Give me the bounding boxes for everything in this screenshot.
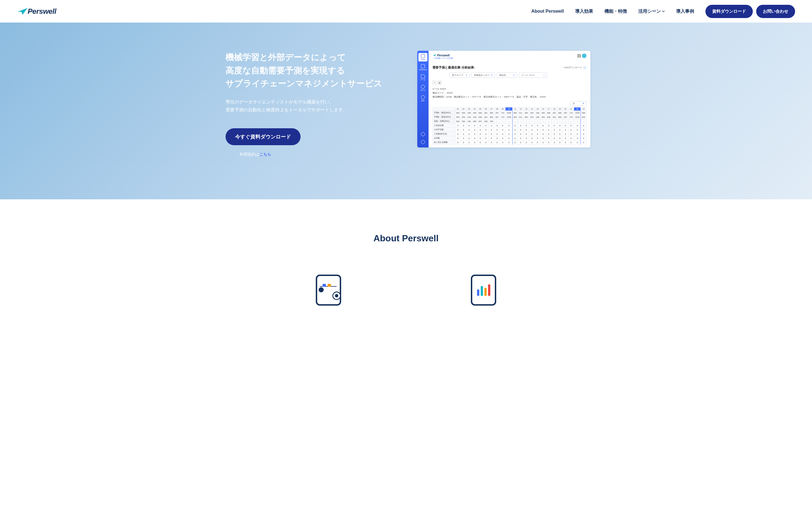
sidebar-item-data[interactable]: データ (419, 73, 427, 82)
sidebar-label: 設定 (421, 100, 425, 102)
table-col-header: 19 (557, 108, 563, 111)
table-cell: 0 (500, 128, 505, 132)
table-cell: 0 (529, 128, 535, 132)
nav-scenes[interactable]: 活用シーン (638, 8, 665, 14)
table-cell: 0 (581, 136, 586, 140)
table-cell: 668 (477, 115, 483, 119)
table-cell: 0 (472, 123, 478, 128)
table-cell: 0 (505, 128, 512, 132)
apps-icon[interactable] (578, 54, 581, 58)
filter-group[interactable]: 全グループ▾ (449, 72, 470, 78)
table-cell: 0 (568, 132, 574, 136)
mock-product: ビール XXXX (432, 87, 586, 91)
table-cell: 0 (505, 123, 512, 128)
table-cell: 267 (494, 111, 500, 115)
table-cell: 1029 (505, 115, 512, 119)
terms-line: 利用規約はこちら (240, 152, 406, 157)
calendar-icon[interactable]: ▦ (437, 81, 442, 85)
sidebar-item-notify[interactable] (419, 139, 427, 145)
table-col-header: 21 (568, 108, 574, 111)
table-cell: 564 (455, 115, 461, 119)
table-col-header: 14 (529, 108, 535, 111)
table-cell: 0 (581, 123, 586, 128)
terms-link[interactable]: こちら (260, 152, 271, 156)
table-cell: 0 (524, 128, 529, 132)
sidebar-item-refresh[interactable] (419, 131, 427, 137)
table-cell: - (551, 119, 557, 123)
nav-effect[interactable]: 導入効果 (575, 8, 593, 14)
table-cell: - (557, 119, 563, 123)
table-cell: 0 (568, 136, 574, 140)
table-cell: 0 (489, 123, 494, 128)
table-cell: 0 (518, 136, 524, 140)
table-cell: 554 (529, 115, 535, 119)
hero-title-line: 高度な自動需要予測を実現する (226, 66, 345, 75)
sidebar-item-settings[interactable]: 設定 (419, 94, 427, 103)
table-row: 入荷予定数00000000000000000000000 (433, 128, 586, 132)
table-cell: 0 (466, 132, 472, 136)
table-cell: - (574, 119, 581, 123)
table-cell: 449 (540, 111, 546, 115)
mock-code: 商品コード： XXXX (432, 91, 586, 94)
home-icon (421, 54, 425, 58)
table-cell: 0 (540, 128, 546, 132)
hero-desc-line: 専任のデータサイエンティストがモデル構築を行い、 (226, 99, 334, 104)
table-col-header: 22 (574, 108, 581, 111)
table-cell: 0 (512, 132, 518, 136)
avatar[interactable] (582, 53, 586, 58)
table-cell: 489 (472, 119, 478, 123)
hero-cta-button[interactable]: 今すぐ資料ダウンロード (226, 128, 300, 145)
table-cell: 0 (500, 140, 505, 145)
sidebar-item-model[interactable]: モデル (419, 84, 427, 92)
table-cell: - (505, 119, 512, 123)
table-col-header: 07 (489, 108, 494, 111)
table-cell: 564 (455, 119, 461, 123)
table-cell: 0 (568, 128, 574, 132)
sidebar-item-dashboard[interactable]: Dashboard (419, 63, 427, 72)
table-cell: 0 (466, 128, 472, 132)
filter-search[interactable]: ビール XXXX⌕ (519, 72, 547, 78)
table-cell: 0 (529, 136, 535, 140)
nav-features[interactable]: 機能・特徴 (605, 8, 627, 14)
table-col-header: 12 (518, 108, 524, 111)
paper-plane-icon (432, 54, 436, 57)
table-cell: 0 (483, 136, 489, 140)
table-cell: 554 (461, 119, 466, 123)
table-cell: 0 (557, 128, 563, 132)
search-value: ビール XXXX (521, 74, 535, 77)
mock-breadcrumb[interactable]: ☆ HOME > データ予測 (432, 57, 453, 60)
table-cell: - (512, 119, 518, 123)
month-select[interactable]: 月▾ (570, 101, 586, 106)
nav-about[interactable]: About Perswell (531, 9, 564, 14)
contact-button[interactable]: お問い合わせ (756, 5, 795, 18)
mock-main: Perswell ☆ HOME > データ予測 需要予測と最適在庫-分析結果- (429, 51, 590, 148)
chevron-down-icon: ▾ (583, 102, 584, 105)
table-cell: 0 (546, 140, 551, 145)
table-cell: 1029 (574, 111, 581, 115)
sidebar-label: Dashboard (419, 69, 427, 70)
table-cell: 201 (483, 111, 489, 115)
edit-icon[interactable]: ✎ (432, 81, 436, 85)
table-cell: 906 (557, 115, 563, 119)
mock-sidebar: Home Dashboard データ モデル 設定 (417, 51, 429, 148)
sidebar-item-home[interactable]: Home (419, 53, 427, 62)
table-cell: 0 (494, 132, 500, 136)
row-label: 実績：在庫(2021) (433, 119, 455, 123)
bell-icon (421, 140, 425, 144)
table-cell: 0 (483, 140, 489, 145)
csv-download[interactable]: CSVダウンロード ↓ (564, 66, 586, 69)
nav-cases[interactable]: 導入事例 (676, 8, 694, 14)
table-cell: 0 (505, 140, 512, 145)
table-cell: 0 (455, 128, 461, 132)
row-label: 入荷予定数 (433, 128, 455, 132)
table-cell: 668 (546, 111, 551, 115)
row-label: 出荷数 (433, 136, 455, 140)
filter-center[interactable]: 全物流センター▾ (471, 72, 495, 78)
filter-name[interactable]: 商品名▾ (497, 72, 517, 78)
search-icon: ⌕ (543, 74, 545, 76)
table-cell: 584 (512, 115, 518, 119)
download-button[interactable]: 資料ダウンロード (705, 5, 753, 18)
table-cell: 554 (529, 111, 535, 115)
table-cell: 0 (524, 140, 529, 145)
brand-logo[interactable]: Perswell (17, 7, 57, 16)
